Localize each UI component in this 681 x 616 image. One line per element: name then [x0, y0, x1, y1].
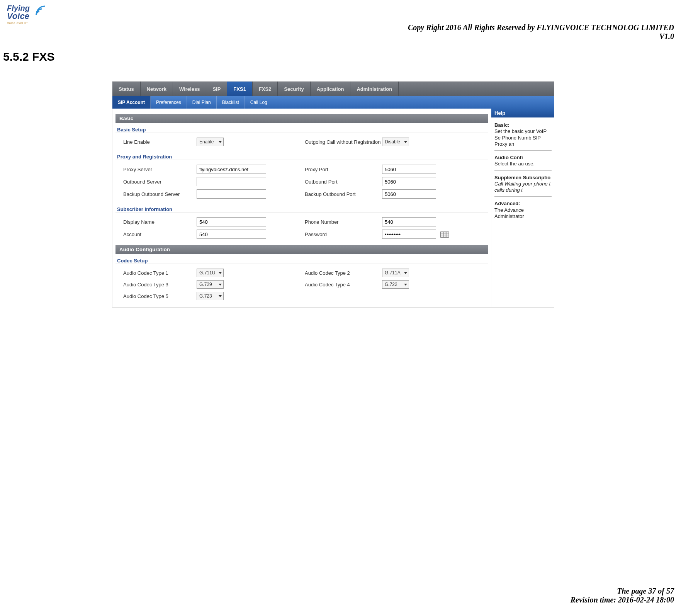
- select-line-enable[interactable]: Enable: [197, 138, 224, 146]
- tab-security[interactable]: Security: [278, 82, 310, 96]
- copyright-line: Copy Right 2016 All Rights Reserved by F…: [408, 23, 674, 32]
- chevron-down-icon: [404, 141, 407, 143]
- select-codec1[interactable]: G.711U: [197, 269, 224, 277]
- tab-sip[interactable]: SIP: [206, 82, 227, 96]
- chevron-down-icon: [219, 141, 222, 143]
- tab-status[interactable]: Status: [112, 82, 141, 96]
- panel-basic-header: Basic: [115, 114, 488, 123]
- help-basic-body: Set the basic your VoIP Se Phone Numb SI…: [494, 128, 547, 147]
- label-codec2: Audio Codec Type 2: [305, 270, 382, 276]
- subtab-dial-plan[interactable]: Dial Plan: [187, 96, 217, 109]
- select-codec2[interactable]: G.711A: [382, 269, 409, 277]
- input-phone-number[interactable]: [382, 217, 436, 226]
- help-adv-body: The Advance Administrator: [494, 207, 524, 219]
- chevron-down-icon: [219, 272, 222, 274]
- input-account[interactable]: [197, 230, 266, 239]
- input-outbound-server[interactable]: [197, 177, 266, 186]
- group-proxy-registration: Proxy and Registration: [117, 154, 488, 160]
- tab-application[interactable]: Application: [311, 82, 351, 96]
- tab-network[interactable]: Network: [141, 82, 173, 96]
- help-audio-head: Audio Confi: [494, 155, 552, 161]
- wifi-icon: [35, 5, 46, 16]
- input-display-name[interactable]: [197, 217, 266, 226]
- admin-ui-screenshot: Status Network Wireless SIP FXS1 FXS2 Se…: [112, 81, 554, 308]
- select-codec4[interactable]: G.722: [382, 280, 409, 289]
- tab-fxs2[interactable]: FXS2: [253, 82, 278, 96]
- label-proxy-port: Proxy Port: [305, 167, 382, 172]
- label-codec1: Audio Codec Type 1: [123, 270, 197, 276]
- chevron-down-icon: [404, 284, 407, 286]
- select-outgoing-no-reg[interactable]: Disable: [382, 138, 409, 146]
- tab-administration[interactable]: Administration: [350, 82, 399, 96]
- subtab-call-log[interactable]: Call Log: [245, 96, 273, 109]
- input-password[interactable]: [382, 230, 436, 239]
- input-backup-outbound-server[interactable]: [197, 189, 266, 199]
- input-proxy-server[interactable]: [197, 165, 266, 174]
- label-outgoing-no-reg: Outgoing Call without Registration: [305, 139, 382, 145]
- select-codec5[interactable]: G.723: [197, 292, 224, 300]
- section-heading: 5.5.2 FXS: [3, 50, 54, 63]
- subtab-sip-account[interactable]: SIP Account: [112, 96, 151, 109]
- help-panel: Help Basic: Set the basic your VoIP Se P…: [491, 109, 554, 307]
- group-codec-setup: Codec Setup: [117, 258, 488, 264]
- label-outbound-server: Outbound Server: [123, 179, 197, 185]
- chevron-down-icon: [404, 272, 407, 274]
- help-adv-head: Advanced:: [494, 201, 552, 207]
- label-password: Password: [305, 231, 382, 237]
- logo: Flying Voice Voice over IP: [7, 4, 44, 27]
- select-codec3[interactable]: G.729: [197, 280, 224, 289]
- subtab-preferences[interactable]: Preferences: [151, 96, 187, 109]
- panel-audio-header: Audio Configuration: [115, 245, 488, 254]
- group-basic-setup: Basic Setup: [117, 127, 488, 133]
- label-outbound-port: Outbound Port: [305, 179, 382, 185]
- input-outbound-port[interactable]: [382, 177, 436, 186]
- help-title: Help: [491, 109, 554, 117]
- label-display-name: Display Name: [123, 219, 197, 225]
- chevron-down-icon: [219, 284, 222, 286]
- help-basic-head: Basic:: [494, 122, 552, 128]
- help-supp-head: Supplemen Subscriptio: [494, 175, 552, 181]
- label-line-enable: Line Enable: [123, 139, 197, 145]
- group-subscriber-info: Subscriber Information: [117, 206, 488, 212]
- label-backup-outbound-port: Backup Outbound Port: [305, 191, 382, 197]
- input-backup-outbound-port[interactable]: [382, 189, 436, 199]
- sub-nav: SIP Account Preferences Dial Plan Blackl…: [112, 96, 554, 109]
- help-supp-body: Call Waiting your phone t calls during t: [494, 181, 550, 193]
- subtab-blacklist[interactable]: Blacklist: [217, 96, 245, 109]
- help-audio-body: Select the au use.: [494, 161, 535, 167]
- footer-revision: Revision time: 2016-02-24 18:00: [571, 596, 674, 604]
- label-proxy-server: Proxy Server: [123, 167, 197, 172]
- logo-subtitle: Voice over IP: [7, 21, 44, 25]
- chevron-down-icon: [219, 295, 222, 297]
- input-proxy-port[interactable]: [382, 165, 436, 174]
- label-codec4: Audio Codec Type 4: [305, 282, 382, 288]
- page-header-right: Copy Right 2016 All Rights Reserved by F…: [408, 23, 674, 41]
- keyboard-icon[interactable]: [440, 231, 449, 238]
- page-footer: The page 37 of 57 Revision time: 2016-02…: [571, 587, 674, 604]
- label-phone-number: Phone Number: [305, 219, 382, 225]
- tab-fxs1[interactable]: FXS1: [227, 82, 253, 96]
- label-codec3: Audio Codec Type 3: [123, 282, 197, 288]
- label-backup-outbound-server: Backup Outbound Server: [123, 191, 197, 197]
- footer-page: The page 37 of 57: [571, 587, 674, 596]
- label-account: Account: [123, 231, 197, 237]
- tab-wireless[interactable]: Wireless: [173, 82, 206, 96]
- top-nav: Status Network Wireless SIP FXS1 FXS2 Se…: [112, 82, 554, 96]
- version-line: V1.0: [408, 32, 674, 41]
- label-codec5: Audio Codec Type 5: [123, 293, 197, 299]
